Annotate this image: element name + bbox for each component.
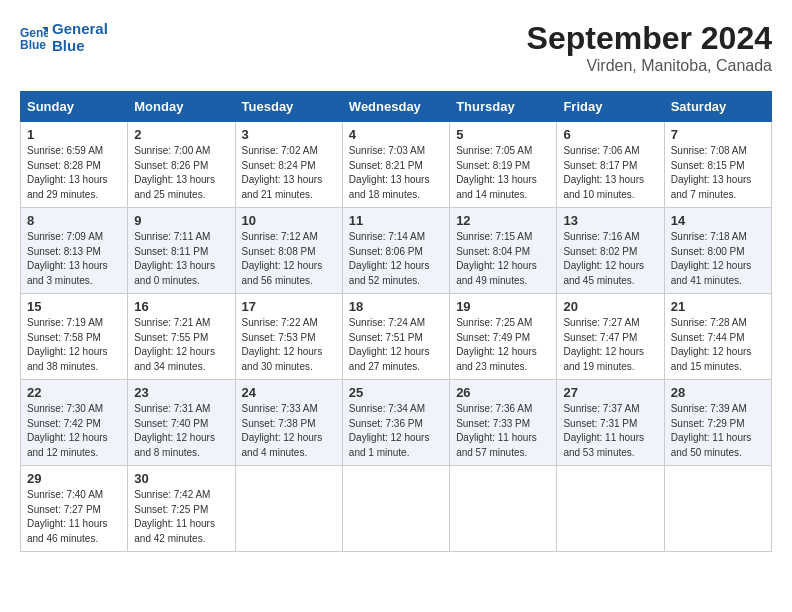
weekday-monday: Monday [128,92,235,122]
day-number: 2 [134,127,228,142]
day-number: 21 [671,299,765,314]
day-cell-18: 18Sunrise: 7:24 AM Sunset: 7:51 PM Dayli… [342,294,449,380]
day-number: 1 [27,127,121,142]
day-info: Sunrise: 7:18 AM Sunset: 8:00 PM Dayligh… [671,230,765,288]
day-number: 30 [134,471,228,486]
day-number: 12 [456,213,550,228]
day-cell-11: 11Sunrise: 7:14 AM Sunset: 8:06 PM Dayli… [342,208,449,294]
day-number: 9 [134,213,228,228]
empty-cell [235,466,342,552]
month-title: September 2024 [527,20,772,57]
day-number: 13 [563,213,657,228]
weekday-thursday: Thursday [450,92,557,122]
day-info: Sunrise: 7:22 AM Sunset: 7:53 PM Dayligh… [242,316,336,374]
day-info: Sunrise: 7:15 AM Sunset: 8:04 PM Dayligh… [456,230,550,288]
day-info: Sunrise: 7:03 AM Sunset: 8:21 PM Dayligh… [349,144,443,202]
weekday-tuesday: Tuesday [235,92,342,122]
day-info: Sunrise: 6:59 AM Sunset: 8:28 PM Dayligh… [27,144,121,202]
day-number: 14 [671,213,765,228]
weekday-saturday: Saturday [664,92,771,122]
day-number: 18 [349,299,443,314]
day-info: Sunrise: 7:08 AM Sunset: 8:15 PM Dayligh… [671,144,765,202]
day-number: 25 [349,385,443,400]
day-cell-26: 26Sunrise: 7:36 AM Sunset: 7:33 PM Dayli… [450,380,557,466]
day-info: Sunrise: 7:19 AM Sunset: 7:58 PM Dayligh… [27,316,121,374]
day-cell-27: 27Sunrise: 7:37 AM Sunset: 7:31 PM Dayli… [557,380,664,466]
day-info: Sunrise: 7:36 AM Sunset: 7:33 PM Dayligh… [456,402,550,460]
svg-text:Blue: Blue [20,38,46,51]
day-info: Sunrise: 7:21 AM Sunset: 7:55 PM Dayligh… [134,316,228,374]
calendar-row-4: 29Sunrise: 7:40 AM Sunset: 7:27 PM Dayli… [21,466,772,552]
day-cell-17: 17Sunrise: 7:22 AM Sunset: 7:53 PM Dayli… [235,294,342,380]
day-cell-12: 12Sunrise: 7:15 AM Sunset: 8:04 PM Dayli… [450,208,557,294]
day-info: Sunrise: 7:06 AM Sunset: 8:17 PM Dayligh… [563,144,657,202]
day-number: 5 [456,127,550,142]
day-info: Sunrise: 7:05 AM Sunset: 8:19 PM Dayligh… [456,144,550,202]
day-number: 6 [563,127,657,142]
day-number: 8 [27,213,121,228]
day-info: Sunrise: 7:28 AM Sunset: 7:44 PM Dayligh… [671,316,765,374]
day-info: Sunrise: 7:39 AM Sunset: 7:29 PM Dayligh… [671,402,765,460]
day-cell-2: 2Sunrise: 7:00 AM Sunset: 8:26 PM Daylig… [128,122,235,208]
day-number: 27 [563,385,657,400]
day-cell-5: 5Sunrise: 7:05 AM Sunset: 8:19 PM Daylig… [450,122,557,208]
day-cell-16: 16Sunrise: 7:21 AM Sunset: 7:55 PM Dayli… [128,294,235,380]
calendar-row-2: 15Sunrise: 7:19 AM Sunset: 7:58 PM Dayli… [21,294,772,380]
day-number: 22 [27,385,121,400]
calendar-table: SundayMondayTuesdayWednesdayThursdayFrid… [20,91,772,552]
day-number: 4 [349,127,443,142]
day-cell-14: 14Sunrise: 7:18 AM Sunset: 8:00 PM Dayli… [664,208,771,294]
day-cell-20: 20Sunrise: 7:27 AM Sunset: 7:47 PM Dayli… [557,294,664,380]
day-number: 23 [134,385,228,400]
day-info: Sunrise: 7:16 AM Sunset: 8:02 PM Dayligh… [563,230,657,288]
day-number: 19 [456,299,550,314]
calendar-row-3: 22Sunrise: 7:30 AM Sunset: 7:42 PM Dayli… [21,380,772,466]
empty-cell [450,466,557,552]
day-cell-19: 19Sunrise: 7:25 AM Sunset: 7:49 PM Dayli… [450,294,557,380]
day-info: Sunrise: 7:00 AM Sunset: 8:26 PM Dayligh… [134,144,228,202]
day-info: Sunrise: 7:25 AM Sunset: 7:49 PM Dayligh… [456,316,550,374]
day-cell-28: 28Sunrise: 7:39 AM Sunset: 7:29 PM Dayli… [664,380,771,466]
calendar-row-1: 8Sunrise: 7:09 AM Sunset: 8:13 PM Daylig… [21,208,772,294]
day-info: Sunrise: 7:33 AM Sunset: 7:38 PM Dayligh… [242,402,336,460]
logo-icon: General Blue [20,23,48,51]
day-cell-30: 30Sunrise: 7:42 AM Sunset: 7:25 PM Dayli… [128,466,235,552]
day-info: Sunrise: 7:40 AM Sunset: 7:27 PM Dayligh… [27,488,121,546]
empty-cell [664,466,771,552]
calendar-body: 1Sunrise: 6:59 AM Sunset: 8:28 PM Daylig… [21,122,772,552]
day-cell-15: 15Sunrise: 7:19 AM Sunset: 7:58 PM Dayli… [21,294,128,380]
day-cell-7: 7Sunrise: 7:08 AM Sunset: 8:15 PM Daylig… [664,122,771,208]
day-cell-22: 22Sunrise: 7:30 AM Sunset: 7:42 PM Dayli… [21,380,128,466]
day-number: 29 [27,471,121,486]
day-cell-4: 4Sunrise: 7:03 AM Sunset: 8:21 PM Daylig… [342,122,449,208]
day-number: 28 [671,385,765,400]
day-info: Sunrise: 7:24 AM Sunset: 7:51 PM Dayligh… [349,316,443,374]
day-number: 3 [242,127,336,142]
day-info: Sunrise: 7:31 AM Sunset: 7:40 PM Dayligh… [134,402,228,460]
logo: General Blue GeneralBlue [20,20,108,55]
day-number: 16 [134,299,228,314]
day-info: Sunrise: 7:30 AM Sunset: 7:42 PM Dayligh… [27,402,121,460]
day-info: Sunrise: 7:14 AM Sunset: 8:06 PM Dayligh… [349,230,443,288]
weekday-sunday: Sunday [21,92,128,122]
day-number: 7 [671,127,765,142]
day-cell-13: 13Sunrise: 7:16 AM Sunset: 8:02 PM Dayli… [557,208,664,294]
day-info: Sunrise: 7:34 AM Sunset: 7:36 PM Dayligh… [349,402,443,460]
day-info: Sunrise: 7:12 AM Sunset: 8:08 PM Dayligh… [242,230,336,288]
location: Virden, Manitoba, Canada [527,57,772,75]
day-cell-9: 9Sunrise: 7:11 AM Sunset: 8:11 PM Daylig… [128,208,235,294]
day-info: Sunrise: 7:11 AM Sunset: 8:11 PM Dayligh… [134,230,228,288]
day-info: Sunrise: 7:27 AM Sunset: 7:47 PM Dayligh… [563,316,657,374]
weekday-header-row: SundayMondayTuesdayWednesdayThursdayFrid… [21,92,772,122]
day-info: Sunrise: 7:37 AM Sunset: 7:31 PM Dayligh… [563,402,657,460]
day-cell-25: 25Sunrise: 7:34 AM Sunset: 7:36 PM Dayli… [342,380,449,466]
day-info: Sunrise: 7:42 AM Sunset: 7:25 PM Dayligh… [134,488,228,546]
weekday-wednesday: Wednesday [342,92,449,122]
logo-text: GeneralBlue [52,20,108,55]
day-number: 26 [456,385,550,400]
title-block: September 2024 Virden, Manitoba, Canada [527,20,772,75]
day-cell-29: 29Sunrise: 7:40 AM Sunset: 7:27 PM Dayli… [21,466,128,552]
calendar-row-0: 1Sunrise: 6:59 AM Sunset: 8:28 PM Daylig… [21,122,772,208]
day-number: 17 [242,299,336,314]
empty-cell [342,466,449,552]
